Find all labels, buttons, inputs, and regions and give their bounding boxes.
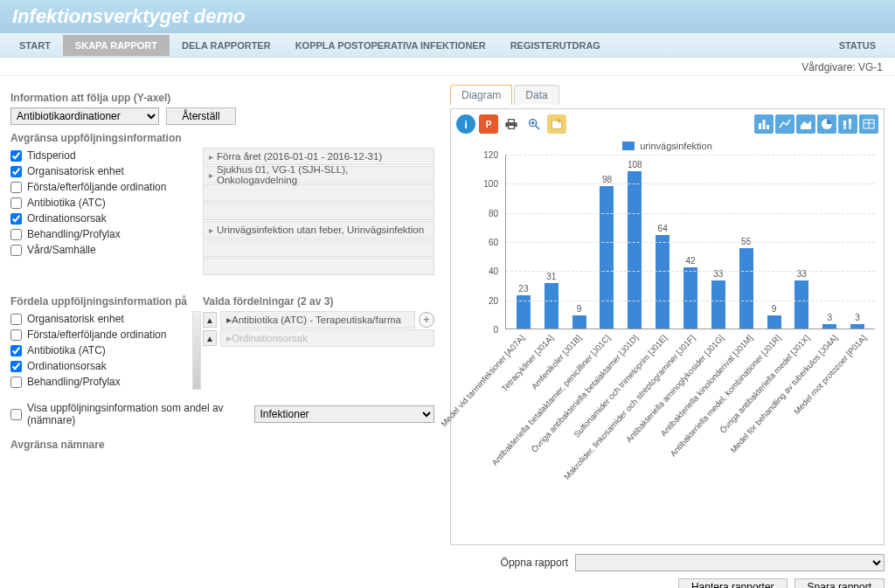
dist-filter-row: Behandling/Profylax xyxy=(10,374,203,390)
limit-filter-checkbox[interactable] xyxy=(10,245,22,256)
limit-filter-row: Behandling/Profylax xyxy=(10,226,203,242)
svg-rect-11 xyxy=(843,125,846,129)
dist-filter-checkbox[interactable] xyxy=(10,314,22,325)
bar[interactable] xyxy=(656,235,670,329)
share-checkbox[interactable] xyxy=(10,409,22,420)
bar-value-label: 42 xyxy=(685,256,695,266)
limit-denom-header: Avgränsa nämnare xyxy=(10,439,434,451)
y-tick: 0 xyxy=(493,325,498,335)
dist-value-row: ▲▸Antibiotika (ATC) - Terapeutiska/farma… xyxy=(203,311,434,329)
limit-filter-checkbox[interactable] xyxy=(10,166,22,177)
dist-filter-label: Ordinationsorsak xyxy=(27,360,107,372)
export-ppt-icon[interactable]: P xyxy=(479,114,498,134)
limit-filter-value[interactable]: ▸ xyxy=(203,258,434,275)
limit-filter-label: Vård/Samhälle xyxy=(27,244,96,256)
limit-filter-label: Antibiotika (ATC) xyxy=(27,197,106,209)
svg-line-1 xyxy=(536,126,539,129)
limit-filter-checkbox[interactable] xyxy=(10,150,22,162)
limit-filter-value-text: Förra året (2016-01-01 - 2016-12-31) xyxy=(217,151,382,162)
chart-type-line-icon[interactable] xyxy=(775,114,794,134)
limit-filter-value[interactable]: ▸ xyxy=(203,184,434,202)
chart-type-bar-icon[interactable] xyxy=(754,114,774,134)
note-icon[interactable] xyxy=(547,114,566,134)
nav-registerutdrag[interactable]: REGISTERUTDRAG xyxy=(498,35,613,56)
y-tick: 40 xyxy=(489,266,498,276)
chart-type-area-icon[interactable] xyxy=(796,114,815,134)
limit-filter-checkbox[interactable] xyxy=(10,197,22,209)
dist-value[interactable]: ▸Ordinationsorsak xyxy=(220,329,434,347)
bar[interactable] xyxy=(794,280,808,329)
limit-filter-checkbox[interactable] xyxy=(10,229,22,240)
dist-value[interactable]: ▸Antibiotika (ATC) - Terapeutiska/farma xyxy=(220,311,415,329)
zoom-icon[interactable] xyxy=(524,114,544,134)
share-select[interactable]: Infektioner xyxy=(254,405,434,423)
manage-reports-button[interactable]: Hantera rapporter xyxy=(678,578,787,588)
expand-icon: ▸ xyxy=(209,225,213,235)
chart-type-table-icon[interactable] xyxy=(859,114,878,134)
limit-filter-value[interactable]: ▸Urinvägsinfektion utan feber, Urinvägsi… xyxy=(203,221,434,239)
nav-dela-rapporter[interactable]: DELA RAPPORTER xyxy=(170,35,283,56)
dist-filter-checkbox[interactable] xyxy=(10,361,22,372)
limit-filter-label: Organisatorisk enhet xyxy=(27,165,124,177)
bar[interactable] xyxy=(822,324,836,329)
tab-data[interactable]: Data xyxy=(514,85,559,105)
yaxis-select[interactable]: Antibiotikaordinationer xyxy=(10,107,159,125)
add-dist-icon[interactable]: + xyxy=(419,312,434,328)
limit-filter-value[interactable]: ▸Förra året (2016-01-01 - 2016-12-31) xyxy=(203,148,434,165)
dist-filter-checkbox[interactable] xyxy=(10,377,22,388)
open-report-select[interactable] xyxy=(575,554,885,571)
dist-filter-list: Organisatorisk enhetFörsta/efterföljande… xyxy=(10,311,203,390)
x-tick-label: Medel för behandling av tuberkulos [J04A… xyxy=(728,333,839,454)
bar[interactable] xyxy=(600,186,614,329)
nav-koppla-postop[interactable]: KOPPLA POSTOPERATIVA INFEKTIONER xyxy=(283,35,498,56)
bar[interactable] xyxy=(628,171,642,329)
limit-filter-checkbox[interactable] xyxy=(10,213,22,225)
y-tick: 20 xyxy=(489,295,498,305)
chart-type-stacked-icon[interactable] xyxy=(838,114,857,134)
bar[interactable] xyxy=(545,283,559,329)
bar-slot: 33 xyxy=(787,280,815,329)
bar[interactable] xyxy=(767,315,781,329)
bar[interactable] xyxy=(850,324,864,329)
open-report-label: Öppna rapport xyxy=(501,557,568,569)
dist-value-text: Antibiotika (ATC) - Terapeutiska/farma xyxy=(232,315,401,325)
tab-diagram[interactable]: Diagram xyxy=(450,85,512,105)
bar[interactable] xyxy=(739,248,753,329)
bar[interactable] xyxy=(572,315,586,329)
chart-area: 020406080100120 23319981086442335593333 … xyxy=(482,155,878,522)
info-icon[interactable]: i xyxy=(456,114,475,134)
scrollbar-hint[interactable] xyxy=(192,311,201,390)
print-icon[interactable] xyxy=(502,114,521,134)
dist-filter-checkbox[interactable] xyxy=(10,345,22,356)
app-title: Infektionsverktyget demo xyxy=(12,5,883,28)
dist-filter-row: Ordinationsorsak xyxy=(10,358,203,374)
limit-filter-checkbox[interactable] xyxy=(10,182,22,193)
bar[interactable] xyxy=(683,267,697,329)
chart-type-pie-icon[interactable] xyxy=(817,114,836,134)
bar-value-label: 3 xyxy=(827,313,832,322)
y-tick: 100 xyxy=(483,179,498,189)
limit-filter-row: Antibiotika (ATC) xyxy=(10,195,203,211)
reset-button[interactable]: Återställ xyxy=(166,107,236,125)
limit-filter-value[interactable]: ▸Sjukhus 01, VG-1 (SJH-SLL), Onkologavde… xyxy=(203,166,434,183)
move-up-icon[interactable]: ▲ xyxy=(203,312,217,328)
save-report-button[interactable]: Spara rapport xyxy=(794,578,885,588)
chart-plot: 23319981086442335593333 xyxy=(505,155,875,329)
chart-frame: i P xyxy=(450,108,885,545)
limit-filter-row: Organisatorisk enhet xyxy=(10,163,203,179)
bar-slot: 33 xyxy=(704,280,732,329)
share-checkbox-label: Visa uppföljningsinformation som andel a… xyxy=(27,402,249,426)
limit-filter-value[interactable]: ▸ xyxy=(203,239,434,257)
nav-skapa-rapport[interactable]: SKAPA RAPPORT xyxy=(63,35,170,56)
dist-filter-checkbox[interactable] xyxy=(10,329,22,341)
move-up-icon[interactable]: ▲ xyxy=(203,330,217,346)
nav-start[interactable]: START xyxy=(7,35,63,56)
bar-value-label: 9 xyxy=(772,304,777,314)
limit-filter-value-text: Sjukhus 01, VG-1 (SJH-SLL), Onkologavdel… xyxy=(217,164,428,185)
bar[interactable] xyxy=(711,280,725,329)
svg-rect-6 xyxy=(763,120,766,129)
chart-toolbar: i P xyxy=(456,114,878,134)
nav-status[interactable]: STATUS xyxy=(827,35,888,56)
x-tick-label: Tetracykliner [J01A] xyxy=(499,333,555,393)
limit-filter-value[interactable]: ▸ xyxy=(203,203,434,220)
